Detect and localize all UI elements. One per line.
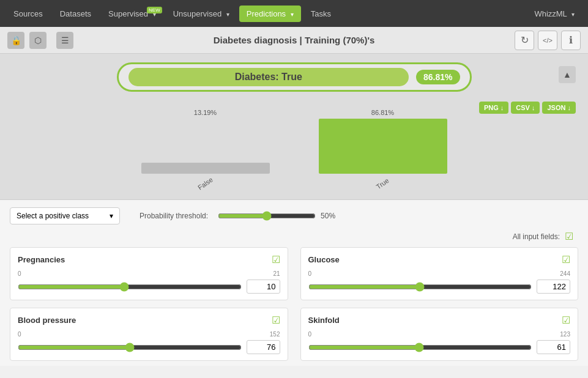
lock-icon[interactable]: 🔒 [7,32,24,49]
nav-predictions-arrow: ▾ [291,11,294,18]
threshold-label: Probability threshold: [140,212,208,220]
field-glucose-value[interactable] [537,280,570,294]
all-fields-label-text: All input fields: [513,232,560,241]
field-skinfold-header: Skinfold ☑ [308,314,571,326]
nav-supervised[interactable]: Supervised NEW ▾ [101,6,163,22]
controls-area: Select a positive class ▾ Probability th… [0,199,588,366]
nav-whizzml-label: WhizzML [534,9,567,18]
positive-class-select[interactable]: Select a positive class ▾ [10,207,120,224]
page-title: Diabetes diagnosis | Training (70%)'s [78,35,510,45]
positive-class-label: Select a positive class [17,212,89,220]
refresh-btn[interactable]: ↻ [515,31,534,50]
chart-false-group: 13.19% False [141,109,270,187]
prediction-area: Diabetes: True 86.81% ▲ [0,54,588,95]
field-glucose-check[interactable]: ☑ [562,254,570,265]
all-fields-label-row: All input fields: ☑ [10,231,573,242]
field-pregnancies-value[interactable] [247,280,280,294]
field-blood-pressure: Blood pressure ☑ 0 152 [10,308,288,361]
nav-sources-label: Sources [13,9,43,18]
chart-export-buttons: PNG ↓ CSV ↓ JSON ↓ [479,102,576,114]
field-pregnancies-slider-row [18,280,280,294]
false-bar [141,163,270,174]
tree-icon[interactable]: ⬡ [29,32,47,49]
navbar: Sources Datasets Supervised NEW ▾ Unsupe… [0,0,588,27]
field-glucose-header: Glucose ☑ [308,254,571,265]
field-blood-pressure-header: Blood pressure ☑ [18,314,280,326]
field-blood-pressure-slider[interactable] [18,343,242,352]
controls-top: Select a positive class ▾ Probability th… [10,207,578,224]
positive-class-arrow: ▾ [110,212,113,220]
doc-icon[interactable]: ☰ [56,32,73,49]
collapse-btn[interactable]: ▲ [559,66,576,83]
nav-unsupervised[interactable]: Unsupervised ▾ [166,6,237,22]
nav-supervised-label: Supervised [108,9,148,18]
chart-area: PNG ↓ CSV ↓ JSON ↓ 13.19% False 86.81% T… [0,95,588,199]
nav-unsupervised-arrow: ▾ [226,11,229,18]
nav-datasets[interactable]: Datasets [53,6,99,22]
field-pregnancies-max: 21 [273,270,280,277]
field-pregnancies-min: 0 [18,270,21,277]
code-btn[interactable]: </> [538,31,557,50]
field-glucose-min: 0 [308,270,312,277]
prediction-pill: Diabetes: True 86.81% [117,62,472,92]
threshold-slider-container: 50% [218,211,578,221]
all-fields-check[interactable]: ☑ [565,231,573,242]
field-glucose-range: 0 244 [308,270,571,277]
field-blood-pressure-value[interactable] [247,340,280,354]
prediction-label: Diabetes: True [128,68,409,86]
field-skinfold-max: 123 [560,331,570,338]
field-glucose: Glucose ☑ 0 244 [300,247,579,300]
false-bar-label-bottom: False [196,176,214,191]
field-glucose-max: 244 [560,270,570,277]
threshold-slider[interactable] [218,211,316,221]
nav-whizzml[interactable]: WhizzML ▾ [527,6,582,22]
field-skinfold-slider[interactable] [308,343,532,352]
field-skinfold-value[interactable] [537,340,570,354]
field-skinfold-slider-row [308,340,571,354]
field-blood-pressure-min: 0 [18,331,21,338]
export-json-btn[interactable]: JSON ↓ [542,102,576,114]
field-skinfold-range: 0 123 [308,331,571,338]
field-blood-pressure-name: Blood pressure [18,316,76,325]
toolbar-right: ↻ </> ℹ [515,31,581,50]
nav-predictions[interactable]: Predictions ▾ [239,6,301,22]
nav-tasks[interactable]: Tasks [303,6,338,22]
prediction-percentage: 86.81% [416,70,460,84]
true-bar-label-bottom: True [375,177,390,191]
field-blood-pressure-max: 152 [270,331,280,338]
field-pregnancies-name: Pregnancies [18,255,65,264]
field-pregnancies-header: Pregnancies ☑ [18,254,280,265]
nav-tasks-label: Tasks [311,9,331,18]
field-blood-pressure-slider-row [18,340,280,354]
true-bar-label-top: 86.81% [371,109,394,116]
chart-container: 13.19% False 86.81% True [12,108,576,187]
field-pregnancies: Pregnancies ☑ 0 21 [10,247,288,300]
toolbar: 🔒 ⬡ ☰ Diabetes diagnosis | Training (70%… [0,27,588,54]
field-blood-pressure-check[interactable]: ☑ [272,314,280,326]
field-glucose-name: Glucose [308,255,340,264]
nav-supervised-badge: NEW [147,7,162,13]
field-blood-pressure-range: 0 152 [18,331,280,338]
field-pregnancies-slider[interactable] [18,282,242,292]
field-skinfold: Skinfold ☑ 0 123 [300,308,579,361]
field-pregnancies-range: 0 21 [18,270,280,277]
nav-sources[interactable]: Sources [6,6,50,22]
field-skinfold-check[interactable]: ☑ [562,314,570,326]
nav-unsupervised-label: Unsupervised [173,9,222,18]
chart-true-group: 86.81% True [319,109,447,187]
export-png-btn[interactable]: PNG ↓ [479,102,508,114]
field-skinfold-name: Skinfold [308,316,340,325]
false-bar-label-top: 13.19% [194,109,217,116]
field-pregnancies-check[interactable]: ☑ [272,254,280,265]
nav-datasets-label: Datasets [60,9,91,18]
threshold-value: 50% [321,212,335,220]
nav-predictions-label: Predictions [247,9,286,18]
info-btn[interactable]: ℹ [561,31,581,50]
true-bar [319,119,447,174]
field-glucose-slider[interactable] [308,282,532,292]
export-csv-btn[interactable]: CSV ↓ [511,102,540,114]
nav-whizzml-arrow: ▾ [571,11,575,18]
field-skinfold-min: 0 [308,331,312,338]
field-glucose-slider-row [308,280,571,294]
fields-grid: Pregnancies ☑ 0 21 Glucose ☑ 0 244 [10,247,578,361]
